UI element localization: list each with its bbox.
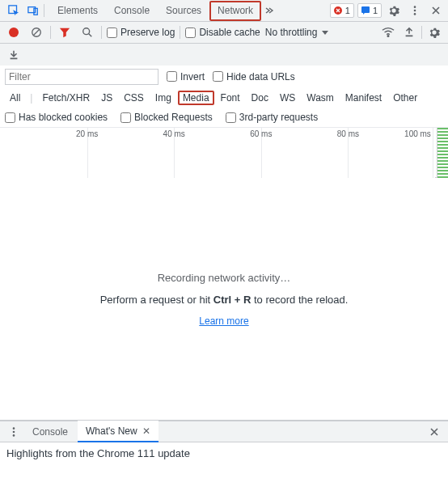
has-blocked-cookies-input[interactable] <box>5 112 15 123</box>
svg-point-15 <box>13 434 15 437</box>
filter-all[interactable]: All <box>5 91 25 105</box>
hint-prefix: Perform a request or hit <box>100 294 213 306</box>
drawer-console-label: Console <box>32 426 68 438</box>
learn-more-link[interactable]: Learn more <box>199 315 248 327</box>
drawer-kebab-icon[interactable] <box>5 423 23 441</box>
filter-other[interactable]: Other <box>388 91 422 105</box>
search-icon[interactable] <box>78 23 96 41</box>
hide-data-urls-input[interactable] <box>213 71 223 82</box>
tick-label: 60 ms <box>250 129 272 138</box>
inspect-element-icon[interactable] <box>5 2 23 19</box>
error-count: 1 <box>345 6 350 15</box>
drawer-tab-whats-new[interactable]: What's New ✕ <box>78 421 158 442</box>
invert-label: Invert <box>180 71 205 82</box>
close-devtools-icon[interactable] <box>427 2 445 19</box>
blocked-requests-checkbox[interactable]: Blocked Requests <box>120 112 213 123</box>
filter-font[interactable]: Font <box>216 91 245 105</box>
divider: | <box>27 92 36 104</box>
error-count-badge[interactable]: 1 <box>330 3 354 18</box>
tick-label: 80 ms <box>337 129 359 138</box>
svg-point-6 <box>414 10 416 12</box>
overview-scrollbar[interactable] <box>437 128 448 178</box>
hint-shortcut: Ctrl + R <box>213 294 251 306</box>
devtools-top-tabbar: Elements Console Sources Network 1 1 <box>0 0 448 22</box>
clear-icon[interactable] <box>27 23 45 41</box>
filter-ws[interactable]: WS <box>275 91 300 105</box>
divider <box>44 4 44 17</box>
svg-point-13 <box>13 427 15 429</box>
tab-elements[interactable]: Elements <box>49 0 106 22</box>
drawer-headline: Highlights from the Chrome 111 update <box>6 447 190 459</box>
drawer-body: Highlights from the Chrome 111 update <box>0 442 448 464</box>
filter-manifest[interactable]: Manifest <box>340 91 387 105</box>
filter-img[interactable]: Img <box>150 91 176 105</box>
drawer-whats-new-label: What's New <box>86 425 137 437</box>
invert-checkbox[interactable]: Invert <box>167 71 205 82</box>
svg-point-14 <box>13 430 15 433</box>
filter-doc[interactable]: Doc <box>247 91 273 105</box>
tick-label: 40 ms <box>163 129 185 138</box>
type-filter-bar: All | Fetch/XHR JS CSS Img Media Font Do… <box>0 87 448 108</box>
invert-input[interactable] <box>167 71 177 82</box>
blocked-filter-row: Has blocked cookies Blocked Requests 3rd… <box>0 108 448 128</box>
drawer-tab-console[interactable]: Console <box>24 421 76 442</box>
chevron-down-icon <box>322 31 328 35</box>
tab-network[interactable]: Network <box>209 1 261 21</box>
svg-point-7 <box>414 13 416 15</box>
disable-cache-input[interactable] <box>185 28 196 38</box>
network-toolbar: Preserve log Disable cache No throttling <box>0 22 448 44</box>
panel-tabs: Elements Console Sources Network <box>49 0 277 22</box>
filter-icon[interactable] <box>56 23 74 41</box>
filter-media[interactable]: Media <box>178 91 214 105</box>
settings-icon[interactable] <box>385 2 403 19</box>
close-drawer-icon[interactable] <box>425 423 443 441</box>
overview-timeline[interactable]: 20 ms 40 ms 60 ms 80 ms 100 ms <box>0 128 448 178</box>
divider <box>50 26 51 39</box>
divider <box>421 26 422 39</box>
hide-data-urls-checkbox[interactable]: Hide data URLs <box>213 71 295 82</box>
preserve-log-input[interactable] <box>107 28 117 38</box>
third-party-label: 3rd-party requests <box>239 112 318 123</box>
export-har-icon[interactable] <box>5 46 23 64</box>
third-party-input[interactable] <box>226 112 236 123</box>
close-tab-icon[interactable]: ✕ <box>142 425 150 437</box>
svg-rect-4 <box>361 6 370 13</box>
record-button[interactable] <box>5 23 23 41</box>
recording-label: Recording network activity… <box>158 272 291 284</box>
more-tabs-icon[interactable] <box>261 0 277 22</box>
preserve-log-label: Preserve log <box>120 27 175 38</box>
has-blocked-cookies-label: Has blocked cookies <box>19 112 108 123</box>
tab-sources[interactable]: Sources <box>158 0 209 22</box>
info-count-badge[interactable]: 1 <box>357 3 382 18</box>
tick-label: 20 ms <box>76 129 98 138</box>
third-party-checkbox[interactable]: 3rd-party requests <box>226 112 318 123</box>
tab-console[interactable]: Console <box>106 0 158 22</box>
device-toolbar-icon[interactable] <box>24 2 42 19</box>
tick-label: 100 ms <box>404 129 431 138</box>
filter-input[interactable] <box>5 69 158 85</box>
throttling-dropdown[interactable]: No throttling <box>265 27 329 38</box>
filter-css[interactable]: CSS <box>119 91 149 105</box>
filter-fetchxhr[interactable]: Fetch/XHR <box>37 91 95 105</box>
preserve-log-checkbox[interactable]: Preserve log <box>107 27 175 38</box>
disable-cache-checkbox[interactable]: Disable cache <box>185 27 260 38</box>
svg-point-9 <box>83 28 90 35</box>
svg-rect-11 <box>406 36 413 37</box>
error-icon <box>334 6 342 15</box>
network-empty-state: Recording network activity… Perform a re… <box>0 178 448 421</box>
filter-js[interactable]: JS <box>96 91 117 105</box>
filter-wasm[interactable]: Wasm <box>302 91 339 105</box>
network-settings-icon[interactable] <box>425 23 443 41</box>
hide-data-urls-label: Hide data URLs <box>226 71 295 82</box>
import-har-icon[interactable] <box>400 23 418 41</box>
has-blocked-cookies-checkbox[interactable]: Has blocked cookies <box>5 112 108 123</box>
kebab-menu-icon[interactable] <box>406 2 424 19</box>
drawer-tabbar: Console What's New ✕ <box>0 421 448 442</box>
info-icon <box>361 6 370 15</box>
blocked-requests-label: Blocked Requests <box>134 112 213 123</box>
divider <box>180 26 180 39</box>
hint-suffix: to record the reload. <box>251 294 348 306</box>
divider <box>101 26 102 39</box>
network-conditions-icon[interactable] <box>379 23 397 41</box>
blocked-requests-input[interactable] <box>120 112 131 123</box>
